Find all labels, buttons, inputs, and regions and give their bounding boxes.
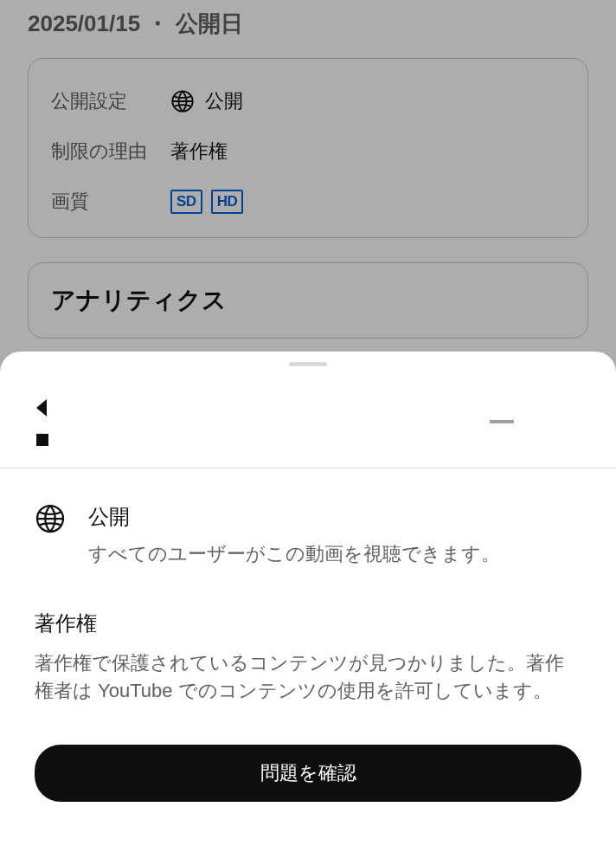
bottom-sheet: 公開 すべてのユーザーがこの動画を視聴できます。 著作権 著作権で保護されている… [0,352,616,865]
review-issue-button[interactable]: 問題を確認 [35,745,581,802]
globe-icon [35,503,66,534]
sheet-copyright-title: 著作権 [35,610,581,637]
sheet-header [0,366,616,468]
sheet-visibility-section: 公開 すべてのユーザーがこの動画を視聴できます。 [35,503,581,568]
sheet-visibility-title: 公開 [88,503,581,531]
back-icon[interactable] [36,399,47,416]
header-fragment-line [490,420,514,423]
sheet-copyright-section: 著作権 著作権で保護されているコンテンツが見つかりました。著作権者は YouTu… [35,610,581,705]
sheet-content: 公開 すべてのユーザーがこの動画を視聴できます。 著作権 著作権で保護されている… [0,468,616,745]
header-fragment-icon [36,434,48,446]
sheet-copyright-description: 著作権で保護されているコンテンツが見つかりました。著作権者は YouTube で… [35,649,581,705]
sheet-visibility-description: すべてのユーザーがこの動画を視聴できます。 [88,539,581,568]
